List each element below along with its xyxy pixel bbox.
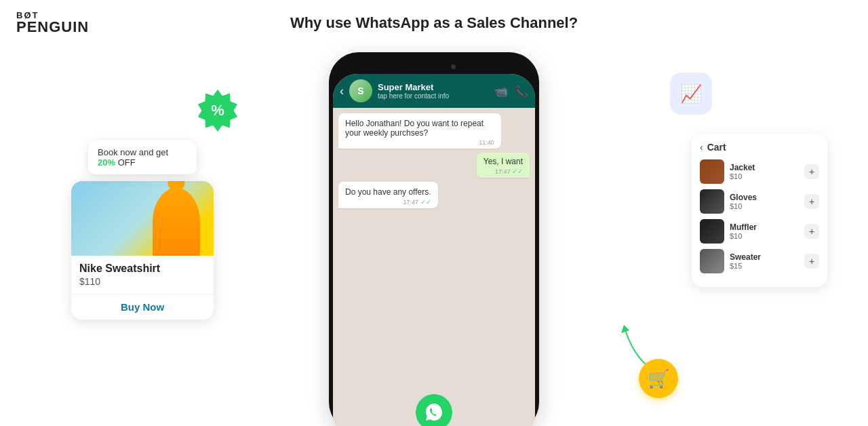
cart-item-name-0: Jacket [730, 163, 799, 172]
cart-add-button-0[interactable]: + [804, 164, 819, 179]
cart-item-info-0: Jacket $10 [730, 163, 799, 180]
cart-item-price-3: $15 [730, 262, 799, 270]
promo-highlight: 20% [98, 157, 115, 168]
cart-item-price-0: $10 [730, 172, 799, 180]
product-figure [153, 188, 200, 256]
whatsapp-bottom [333, 386, 535, 426]
contact-status: tap here for contact info [378, 92, 489, 100]
cart-items-list: Jacket $10 + Gloves $10 + Muffler $10 + … [700, 159, 819, 273]
chat-messages: Hello Jonathan! Do you want to repeat yo… [333, 108, 535, 386]
phone-screen: ‹ S Super Market tap here for contact in… [333, 74, 535, 426]
contact-name: Super Market [378, 82, 489, 92]
call-icon[interactable]: 📞 [515, 85, 528, 98]
message-text-1: Hello Jonathan! Do you want to repeat yo… [345, 119, 484, 138]
message-time-3: 17:47 ✓✓ [345, 198, 431, 206]
phone-mockup: ‹ S Super Market tap here for contact in… [329, 52, 539, 426]
cart-header: ‹ Cart [700, 142, 819, 153]
cart-item-info-1: Gloves $10 [730, 193, 799, 210]
message-text-3: Do you have any offers. [345, 187, 431, 197]
message-time-2: 17:47 ✓✓ [484, 168, 523, 175]
message-sent-1: Yes, I want 17:47 ✓✓ [477, 153, 530, 178]
cart-button-icon: 🛒 [648, 368, 669, 389]
product-price: $110 [79, 276, 205, 287]
cart-panel: ‹ Cart Jacket $10 + Gloves $10 + Muffler… [692, 134, 827, 287]
product-image [71, 181, 214, 256]
video-call-icon[interactable]: 📹 [494, 85, 508, 98]
cart-item-sweater: Sweater $15 + [700, 249, 819, 273]
wa-action-icons: 📹 📞 [494, 85, 528, 98]
promo-text-before: Book now and get [98, 147, 168, 157]
whatsapp-header: ‹ S Super Market tap here for contact in… [333, 74, 535, 108]
analytics-icon: 📈 [680, 83, 702, 104]
discount-seal: % [197, 90, 239, 132]
promo-badge: Book now and get 20% OFF [88, 140, 197, 174]
cart-item-jacket: Jacket $10 + [700, 159, 819, 184]
cart-item-image-1 [700, 189, 724, 214]
cart-title: Cart [707, 142, 726, 153]
cart-item-name-2: Muffler [730, 222, 799, 232]
cart-item-image-3 [700, 249, 724, 273]
product-card: Nike Sweatshirt $110 Buy Now [71, 181, 214, 320]
cart-item-image-2 [700, 219, 724, 244]
whatsapp-icon [416, 394, 452, 426]
cart-item-info-2: Muffler $10 [730, 222, 799, 240]
main-content: % Book now and get 20% OFF Nike Sweatshi… [0, 45, 868, 425]
cart-add-button-1[interactable]: + [804, 194, 819, 209]
phone-notch [407, 63, 461, 70]
cart-item-gloves: Gloves $10 + [700, 189, 819, 214]
buy-now-button[interactable]: Buy Now [71, 294, 214, 320]
discount-icon: % [211, 102, 224, 119]
cart-back-icon[interactable]: ‹ [700, 142, 703, 153]
cart-item-info-3: Sweater $15 [730, 252, 799, 270]
message-text-2: Yes, I want [484, 157, 523, 166]
header: BØT PENGUIN Why use WhatsApp as a Sales … [0, 0, 868, 45]
cart-add-button-2[interactable]: + [804, 224, 819, 239]
logo-bottom: PENGUIN [16, 20, 89, 35]
cart-item-price-1: $10 [730, 202, 799, 210]
logo: BØT PENGUIN [16, 11, 89, 35]
page-title: Why use WhatsApp as a Sales Channel? [290, 14, 578, 32]
analytics-icon-box: 📈 [670, 73, 712, 115]
back-icon[interactable]: ‹ [340, 84, 344, 98]
promo-text-after: OFF [115, 157, 136, 168]
message-time-1: 11:40 [345, 139, 494, 146]
cart-button[interactable]: 🛒 [639, 359, 678, 398]
product-name: Nike Sweatshirt [79, 263, 205, 275]
contact-info: Super Market tap here for contact info [378, 82, 489, 100]
cart-item-price-2: $10 [730, 232, 799, 240]
contact-avatar: S [349, 79, 372, 102]
product-info: Nike Sweatshirt $110 [71, 256, 214, 294]
cart-item-image-0 [700, 159, 724, 184]
cart-item-name-1: Gloves [730, 193, 799, 202]
cart-item-muffler: Muffler $10 + [700, 219, 819, 244]
cart-item-name-3: Sweater [730, 252, 799, 262]
message-received-1: Hello Jonathan! Do you want to repeat yo… [338, 113, 501, 149]
cart-add-button-3[interactable]: + [804, 254, 819, 269]
message-received-2: Do you have any offers. 17:47 ✓✓ [338, 182, 438, 208]
